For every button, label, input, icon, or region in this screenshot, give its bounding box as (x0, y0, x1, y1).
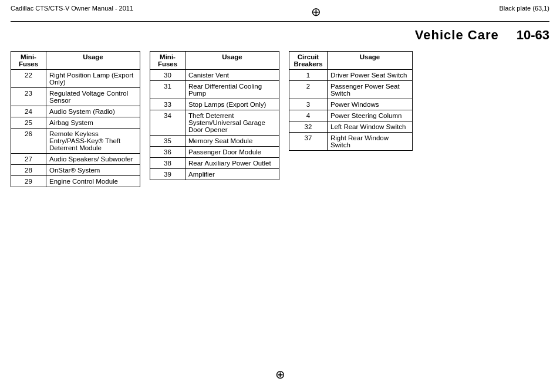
fuse-usage: Stop Lamps (Export Only) (185, 99, 279, 110)
table-row: 38 Rear Auxiliary Power Outlet (150, 158, 279, 169)
top-divider (11, 21, 549, 22)
bottom-crosshair-icon: ⊕ (275, 368, 285, 381)
table-row: 22 Right Position Lamp (Export Only) (11, 70, 140, 88)
table-row: 28 OnStar® System (11, 165, 140, 176)
fuse-number: 26 (11, 129, 46, 154)
header-left: Cadillac CTS/CTS-V Owner Manual - 2011 (11, 5, 133, 12)
fuse-number: 22 (11, 70, 46, 88)
circuit-number: 3 (289, 99, 328, 110)
fuse-usage: Audio Speakers/ Subwoofer (46, 154, 140, 165)
table3-col1-header: Circuit Breakers (289, 52, 328, 70)
fuse-usage: Memory Seat Module (185, 136, 279, 147)
fuse-usage: OnStar® System (46, 165, 140, 176)
fuse-number: 31 (150, 81, 185, 99)
fuse-usage: Amplifier (185, 169, 279, 180)
page-header: Cadillac CTS/CTS-V Owner Manual - 2011 ⊕… (0, 0, 560, 21)
fuse-number: 25 (11, 117, 46, 129)
fuse-number: 28 (11, 165, 46, 176)
circuit-number: 37 (289, 133, 328, 151)
table-row: 34 Theft Deterrent System/Universal Gara… (150, 110, 279, 136)
fuse-usage: Right Position Lamp (Export Only) (46, 70, 140, 88)
fuse-number: 23 (11, 88, 46, 106)
table3-col2-header: Usage (328, 52, 413, 70)
table-row: 26 Remote Keyless Entry/PASS-Key® Theft … (11, 129, 140, 154)
table-row: 31 Rear Differential Cooling Pump (150, 81, 279, 99)
table-row: 30 Canister Vent (150, 70, 279, 81)
fuse-number: 30 (150, 70, 185, 81)
bottom-crosshair: ⊕ (275, 367, 285, 381)
table-row: 24 Audio System (Radio) (11, 106, 140, 117)
fuse-usage: Remote Keyless Entry/PASS-Key® Theft Det… (46, 129, 140, 154)
circuit-number: 1 (289, 70, 328, 81)
table-row: 27 Audio Speakers/ Subwoofer (11, 154, 140, 165)
fuse-number: 36 (150, 147, 185, 158)
header-right: Black plate (63,1) (499, 5, 549, 12)
fuse-number: 39 (150, 169, 185, 180)
table-row: 2 Passenger Power Seat Switch (289, 81, 413, 99)
table-row: 1 Driver Power Seat Switch (289, 70, 413, 81)
table-row: 36 Passenger Door Module (150, 147, 279, 158)
circuit-usage: Driver Power Seat Switch (328, 70, 413, 81)
table2-section: Mini-Fuses Usage 30 Canister Vent 31 Rea… (150, 51, 279, 187)
circuit-usage: Left Rear Window Switch (328, 121, 413, 133)
main-content: Mini-Fuses Usage 22 Right Position Lamp … (0, 49, 560, 187)
table-row: 25 Airbag System (11, 117, 140, 129)
fuse-usage: Passenger Door Module (185, 147, 279, 158)
table3-section: Circuit Breakers Usage 1 Driver Power Se… (289, 51, 413, 187)
table2-col1-header: Mini-Fuses (150, 52, 185, 70)
fuse-number: 24 (11, 106, 46, 117)
table-row: 4 Power Steering Column (289, 110, 413, 121)
circuit-usage: Power Steering Column (328, 110, 413, 121)
table3: Circuit Breakers Usage 1 Driver Power Se… (289, 51, 413, 151)
table1-section: Mini-Fuses Usage 22 Right Position Lamp … (11, 51, 140, 187)
fuse-number: 35 (150, 136, 185, 147)
table1-col1-header: Mini-Fuses (11, 52, 46, 70)
fuse-usage: Rear Auxiliary Power Outlet (185, 158, 279, 169)
page-title-row: Vehicle Care 10-63 (0, 25, 560, 49)
crosshair-icon: ⊕ (311, 5, 321, 19)
table-row: 29 Engine Control Module (11, 176, 140, 187)
circuit-usage: Right Rear Window Switch (328, 133, 413, 151)
header-center: ⊕ (311, 5, 321, 19)
table-row: 32 Left Rear Window Switch (289, 121, 413, 133)
fuse-number: 33 (150, 99, 185, 110)
page-title: Vehicle Care (415, 28, 499, 43)
table1-col2-header: Usage (46, 52, 140, 70)
table-row: 39 Amplifier (150, 169, 279, 180)
table2: Mini-Fuses Usage 30 Canister Vent 31 Rea… (150, 51, 279, 180)
fuse-usage: Rear Differential Cooling Pump (185, 81, 279, 99)
fuse-usage: Airbag System (46, 117, 140, 129)
circuit-number: 2 (289, 81, 328, 99)
table-row: 23 Regulated Voltage Control Sensor (11, 88, 140, 106)
fuse-usage: Engine Control Module (46, 176, 140, 187)
table-row: 33 Stop Lamps (Export Only) (150, 99, 279, 110)
circuit-number: 32 (289, 121, 328, 133)
fuse-number: 29 (11, 176, 46, 187)
fuse-number: 38 (150, 158, 185, 169)
circuit-usage: Passenger Power Seat Switch (328, 81, 413, 99)
table-row: 35 Memory Seat Module (150, 136, 279, 147)
table2-col2-header: Usage (185, 52, 279, 70)
circuit-number: 4 (289, 110, 328, 121)
fuse-usage: Regulated Voltage Control Sensor (46, 88, 140, 106)
table-row: 37 Right Rear Window Switch (289, 133, 413, 151)
fuse-number: 27 (11, 154, 46, 165)
fuse-usage: Canister Vent (185, 70, 279, 81)
fuse-number: 34 (150, 110, 185, 136)
fuse-usage: Audio System (Radio) (46, 106, 140, 117)
fuse-usage: Theft Deterrent System/Universal Garage … (185, 110, 279, 136)
table1: Mini-Fuses Usage 22 Right Position Lamp … (11, 51, 140, 187)
page-number: 10-63 (517, 28, 549, 43)
circuit-usage: Power Windows (328, 99, 413, 110)
table-row: 3 Power Windows (289, 99, 413, 110)
